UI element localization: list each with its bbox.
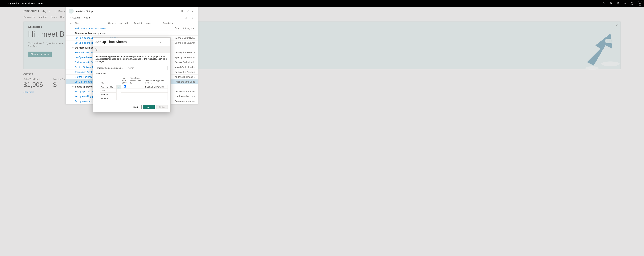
col-approver[interactable]: Time Sheet Approver User ID (144, 76, 168, 85)
dialog-title: Set Up Time Sheets (96, 40, 126, 44)
svg-rect-15 (187, 10, 188, 12)
top-bar: Dynamics 365 Business Central F (0, 0, 644, 7)
setup-row[interactable]: Connect with other systems (66, 31, 198, 36)
cell-no[interactable]: MARTY (100, 93, 116, 96)
user-avatar[interactable]: F (638, 1, 642, 6)
cell-owner[interactable] (129, 89, 144, 93)
cell-approver[interactable]: FULLUSERADMIN (144, 85, 168, 89)
col-use[interactable]: Use Time Sheet (121, 76, 129, 85)
col-help[interactable]: Help (118, 22, 124, 24)
page-content: CRONUS USA, Inc. Finance Customers Vendo… (0, 7, 644, 256)
finish-button: Finish (156, 105, 168, 109)
svg-point-21 (96, 49, 97, 50)
help-icon[interactable] (630, 2, 634, 5)
cell-owner[interactable] (129, 85, 144, 89)
search-label[interactable]: Search (72, 16, 80, 19)
svg-line-1 (604, 4, 605, 4)
row-selector-icon[interactable] (96, 93, 100, 96)
resource-row[interactable]: →KATHERINE⋮FULLUSERADMIN (96, 85, 168, 89)
col-no[interactable]: No. ↑ (100, 76, 116, 85)
row-selector-icon[interactable] (96, 89, 100, 93)
cell-use-timesheet[interactable] (121, 93, 129, 96)
app-launcher-icon[interactable] (2, 2, 5, 5)
col-title[interactable]: Title (75, 22, 108, 24)
resource-row[interactable]: TERRY (96, 96, 168, 100)
col-translated[interactable]: Translated Name (134, 22, 162, 24)
actions-menu[interactable]: Actions (83, 16, 90, 19)
next-button[interactable]: Next (143, 105, 155, 109)
flag-icon[interactable] (616, 2, 620, 5)
collapse-all-icon[interactable] (70, 22, 72, 24)
search-icon[interactable] (68, 16, 71, 19)
bell-icon[interactable] (610, 2, 612, 5)
col-video[interactable]: Video (124, 22, 134, 24)
search-icon[interactable] (602, 2, 606, 5)
row-selector-icon[interactable]: → (96, 85, 100, 89)
close-icon[interactable] (165, 41, 168, 43)
share-icon[interactable] (185, 16, 188, 19)
svg-line-17 (70, 18, 71, 19)
back-button[interactable] (68, 9, 74, 14)
cell-owner[interactable] (129, 93, 144, 96)
expand-icon[interactable] (192, 10, 195, 13)
cell-approver[interactable] (144, 93, 168, 96)
cell-use-timesheet[interactable] (121, 85, 129, 89)
chevron-down-icon (72, 47, 74, 49)
filter-icon[interactable] (191, 16, 194, 19)
chevron-down-icon (72, 85, 74, 88)
col-description[interactable]: Description (162, 22, 195, 24)
dialog-description: A time sheet approver is the person resp… (96, 55, 168, 63)
cell-approver[interactable] (144, 89, 168, 93)
svg-point-16 (69, 17, 70, 18)
gear-icon[interactable] (624, 2, 626, 5)
cell-no[interactable]: LINA (100, 89, 116, 93)
field-label-responsible: For jobs, the person responsibl… (96, 67, 123, 69)
resource-row[interactable]: MARTY (96, 93, 168, 96)
gear-icon[interactable] (95, 48, 98, 51)
responsible-dropdown[interactable]: Never (126, 66, 168, 70)
cell-approver[interactable] (144, 96, 168, 100)
col-completed[interactable]: Compl... (108, 22, 118, 24)
cell-use-timesheet[interactable] (121, 96, 129, 100)
svg-point-4 (632, 4, 632, 4)
app-title: Dynamics 365 Business Central (8, 2, 44, 5)
resources-toggle[interactable]: Resources (96, 72, 168, 75)
row-menu-icon[interactable]: ⋮ (116, 85, 121, 89)
col-owner[interactable]: Time Sheet Owner User ID (129, 76, 144, 85)
resource-row[interactable]: LINA (96, 89, 168, 93)
chevron-down-icon (72, 32, 74, 34)
row-selector-icon[interactable] (96, 96, 100, 100)
bookmark-icon[interactable] (180, 10, 183, 13)
setup-row[interactable]: Invite your external accountantSend a li… (66, 26, 198, 31)
svg-point-2 (625, 3, 626, 4)
panel-title: Assisted Setup (76, 10, 93, 13)
cell-owner[interactable] (129, 96, 144, 100)
back-button[interactable]: Back (130, 105, 142, 109)
setup-timesheets-dialog: Set Up Time Sheets A time sheet approver… (92, 38, 170, 112)
expand-icon[interactable] (160, 41, 163, 43)
popout-icon[interactable] (186, 10, 189, 13)
cell-no[interactable]: TERRY (100, 96, 116, 100)
cell-use-timesheet[interactable] (121, 89, 129, 93)
resources-table: No. ↑ Use Time Sheet Time Sheet Owner Us… (96, 76, 168, 100)
svg-point-0 (603, 2, 604, 4)
cell-no[interactable]: KATHERINE (100, 85, 116, 89)
